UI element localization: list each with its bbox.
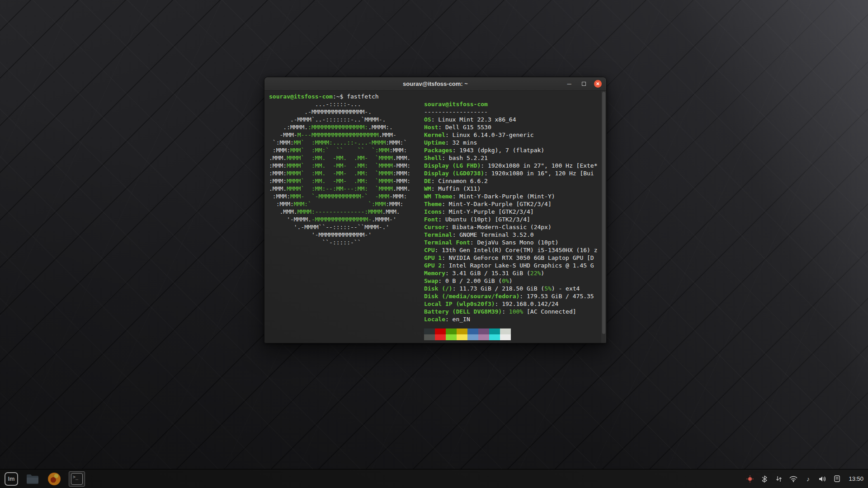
palette-color-block: [478, 334, 489, 340]
ascii-art-line: :MMM:MMM- `-MMMMMMMMMMMM-` -MMM-MMM:: [269, 192, 424, 200]
fastfetch-output: ...-:::::-... .-MMMMMMMMMMMMMMM-. .-MMMM…: [269, 100, 606, 340]
window-title: sourav@itsfoss-com: ~: [264, 80, 606, 87]
ascii-art-line: -MMM-M---MMMMMMMMMMMMMMMMMMM.MMM-: [269, 131, 424, 139]
close-button[interactable]: ✕: [594, 80, 602, 88]
ascii-art-line: :MMM:MMM:` `:MMM:MMM:: [269, 200, 424, 208]
sysinfo-line: OS: Linux Mint 22.3 x86_64: [424, 116, 606, 123]
ascii-art-line: .MMM.MMMM` :MM. -MM. .MM- `MMMM.MMM.: [269, 154, 424, 162]
palette-color-block: [500, 328, 511, 334]
sysinfo-line: Host: Dell G15 5530: [424, 123, 606, 131]
sysinfo-line: Icons: Mint-Y-Purple [GTK2/3/4]: [424, 208, 606, 216]
terminal-window-button[interactable]: >_: [69, 471, 85, 487]
window-controls: ─ ✕: [565, 80, 606, 88]
ascii-art-line: :MMM:MMM` :MM:` `` `` `:MMM:MMM:: [269, 146, 424, 154]
ascii-art-line: ``-:::::-``: [269, 239, 424, 246]
palette-color-block: [467, 334, 478, 340]
window-titlebar[interactable]: sourav@itsfoss-com: ~ ─ ✕: [264, 77, 606, 91]
volume-icon[interactable]: [818, 474, 827, 483]
terminal-scrollbar[interactable]: [601, 91, 606, 343]
palette-color-block: [500, 334, 511, 340]
ascii-art-line: ...-:::::-...: [269, 100, 424, 108]
sysinfo-line: WM Theme: Mint-Y-Dark-Purple (Mint-Y): [424, 192, 606, 200]
notifications-icon[interactable]: [832, 474, 841, 483]
palette-color-block: [457, 334, 467, 340]
terminal-icon: >_: [71, 473, 83, 485]
sysinfo-line: Theme: Mint-Y-Dark-Purple [GTK2/3/4]: [424, 200, 606, 208]
sysinfo-line: Terminal Font: DejaVu Sans Mono (10pt): [424, 239, 606, 246]
sysinfo-line: Font: Ubuntu (10pt) [GTK2/3/4]: [424, 216, 606, 223]
sysinfo: sourav@itsfoss-com------------------OS: …: [424, 100, 606, 340]
mint-logo-icon: lm: [8, 475, 14, 482]
palette-color-block: [478, 328, 489, 334]
firefox-icon: [48, 473, 61, 485]
sysinfo-line: Display (LGD0738): 868x488 in 16", 120…: [424, 169, 606, 177]
sysinfo-line: Locale: en_IN: [424, 315, 606, 323]
palette-color-block: [457, 328, 467, 334]
ascii-art-line: .MMM.MMMM:--------------:MMMM.MMM.: [269, 208, 424, 216]
palette-color-block: [424, 334, 435, 340]
palette-row: [424, 328, 606, 334]
sysinfo-line: Memory: 3.41 GiB / 15.31 GiB (22%): [424, 269, 606, 277]
sysinfo-line: GPU 2: Intel Raptor Lake-S UHD Graphics …: [424, 262, 606, 269]
palette-color-block: [424, 328, 435, 334]
palette-color-block: [467, 328, 478, 334]
palette-color-block: [446, 328, 457, 334]
sysinfo-line: Shell: bash 5.2.21: [424, 154, 606, 162]
sysinfo-line: Local IP (wlp0s20f3): 192.168.0.142/24: [424, 300, 606, 308]
media-player-icon[interactable]: ♪: [803, 474, 812, 483]
desktop-wallpaper: sourav@itsfoss-com: ~ ─ ✕ sourav@itsfoss…: [0, 0, 868, 488]
palette-color-block: [489, 334, 500, 340]
taskbar: lm >_: [0, 469, 868, 488]
maximize-button[interactable]: [580, 80, 588, 88]
ascii-art: ...-:::::-... .-MMMMMMMMMMMMMMM-. .-MMMM…: [269, 100, 424, 340]
files-launcher[interactable]: [25, 472, 40, 486]
ascii-art-line: :MMM:MMMM` :MM. -MM- .MM: `MMMM-MMM:: [269, 177, 424, 185]
ascii-art-line: :MMM:MMMM` :MM. -MM- .MM: `MMMM:MMM:: [269, 169, 424, 177]
folder-icon: [26, 474, 39, 484]
sysinfo-line: WM: Muffin (X11): [424, 185, 606, 192]
maximize-icon: [582, 82, 586, 86]
sysinfo-line: Display (LG FHD): 868x488 in 27", 100 …: [424, 162, 606, 169]
sysinfo-line: Kernel: Linux 6.14.0-37-generic: [424, 131, 606, 139]
terminal-window: sourav@itsfoss-com: ~ ─ ✕ sourav@itsfoss…: [264, 77, 607, 343]
sysinfo-line: Disk (/): 11.73 GiB / 218.50 GiB (5%) - …: [424, 285, 606, 292]
ascii-art-line: `:MMM:MM` :MMMM:....::-...-MMMM:MMM:`: [269, 139, 424, 146]
sysinfo-line: Swap: 0 B / 2.00 GiB (0%): [424, 277, 606, 285]
ascii-art-line: .:MMMM.:MMMMMMMMMMMMMMM:.MMMM:.: [269, 123, 424, 131]
wifi-icon[interactable]: [789, 474, 798, 483]
sysinfo-line: Uptime: 32 mins: [424, 139, 606, 146]
ascii-art-line: .-MMMM`..-:::::::-..`MMMM-.: [269, 116, 424, 123]
ascii-art-line: .-MMMMMMMMMMMMMMM-.: [269, 108, 424, 116]
ascii-art-line: .MMM.MMMM` :MM:--:MM---:MM: `MMMM.MMM.: [269, 185, 424, 192]
palette-color-block: [435, 328, 446, 334]
sysinfo-line: Cursor: Bibata-Modern-Classic (24px): [424, 223, 606, 231]
minimize-button[interactable]: ─: [565, 80, 573, 88]
ascii-art-line: :MMM:MMMM` :MM. -MM- .MM: `MMMM-MMM:: [269, 162, 424, 169]
palette-color-block: [489, 328, 500, 334]
sysinfo-line: sourav@itsfoss-com: [424, 100, 606, 108]
ascii-art-line: '-MMMM.-MMMMMMMMMMMMMMM-.MMMM-': [269, 216, 424, 223]
sysinfo-line: DE: Cinnamon 6.6.2: [424, 177, 606, 185]
terminal-body[interactable]: sourav@itsfoss-com:~$ fastfetch ...-::::…: [264, 91, 606, 343]
network-icon[interactable]: [774, 474, 783, 483]
palette-row: [424, 334, 606, 340]
sysinfo-line: CPU: 13th Gen Intel(R) Core(TM) i5-13450…: [424, 246, 606, 254]
ascii-art-line: '-MMMMMMMMMMMMM-': [269, 231, 424, 239]
palette-color-block: [446, 334, 457, 340]
sysinfo-line: Packages: 1943 (dpkg), 7 (flatpak): [424, 146, 606, 154]
redshift-icon[interactable]: [745, 474, 755, 483]
terminal-color-palette: [424, 328, 606, 340]
sysinfo-line: Battery (DELL DVG8M39): 100% [AC Connect…: [424, 308, 606, 315]
ascii-art-line: '.-MMMM``--:::::--``MMMM-.': [269, 223, 424, 231]
taskbar-left: lm >_: [5, 471, 85, 487]
scrollbar-thumb[interactable]: [602, 92, 605, 334]
sysinfo-line: GPU 1: NVIDIA GeForce RTX 3050 6GB Lapto…: [424, 254, 606, 262]
palette-color-block: [435, 334, 446, 340]
sysinfo-line: ------------------: [424, 108, 606, 116]
mint-menu-button[interactable]: lm: [5, 472, 18, 486]
prompt-line: sourav@itsfoss-com:~$ fastfetch: [269, 93, 606, 100]
bluetooth-icon[interactable]: [760, 474, 769, 483]
sysinfo-line: Disk (/media/sourav/fedora): 179.53 GiB …: [424, 292, 606, 300]
firefox-launcher[interactable]: [47, 472, 61, 486]
clock[interactable]: 13:50: [847, 475, 863, 482]
